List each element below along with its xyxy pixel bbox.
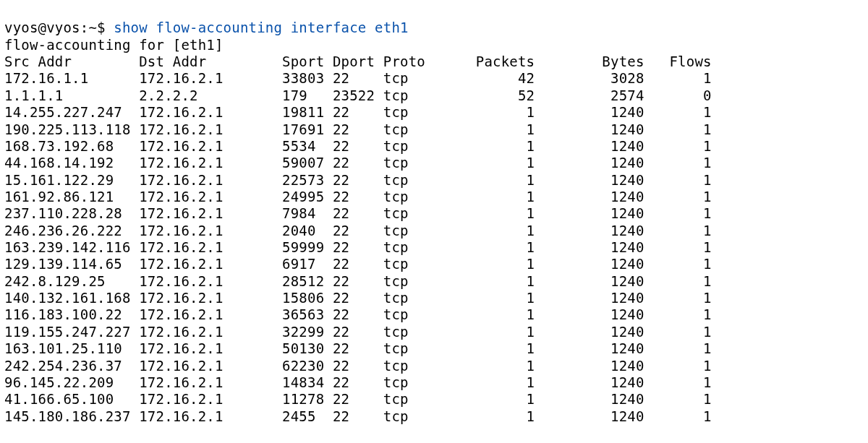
terminal-output: vyos@vyos:~$ show flow-accounting interf… xyxy=(0,0,868,428)
table-header: Src Addr Dst Addr Sport Dport Proto Pack… xyxy=(4,53,712,69)
shell-command[interactable]: show flow-accounting interface eth1 xyxy=(114,20,408,35)
table-body: 172.16.1.1 172.16.2.1 33803 22 tcp 42 30… xyxy=(4,70,712,423)
prompt-line: vyos@vyos:~$ show flow-accounting interf… xyxy=(4,20,409,35)
banner-line: flow-accounting for [eth1] xyxy=(4,37,224,53)
shell-prompt: vyos@vyos:~$ xyxy=(4,20,114,35)
